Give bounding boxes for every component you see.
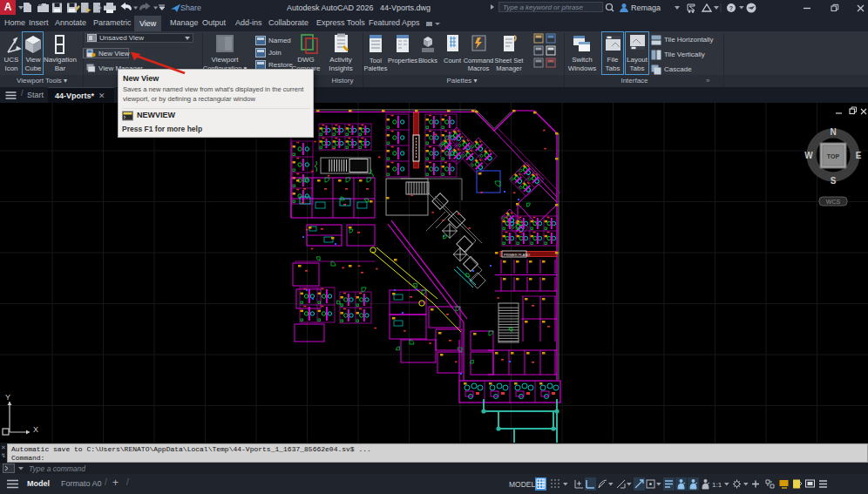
svg-text:PRIMER PLANO: PRIMER PLANO: [504, 253, 530, 257]
svg-text:W: W: [804, 151, 813, 160]
svg-text:?: ?: [729, 5, 733, 11]
svg-text:Y: Y: [5, 393, 10, 402]
svg-text:TOP: TOP: [827, 153, 840, 159]
svg-text:WCS: WCS: [826, 199, 841, 205]
svg-text:E: E: [856, 151, 862, 160]
svg-text:X: X: [33, 425, 38, 434]
svg-text:N: N: [830, 127, 836, 137]
svg-text:S: S: [831, 176, 837, 186]
svg-text:1:1: 1:1: [712, 481, 722, 489]
